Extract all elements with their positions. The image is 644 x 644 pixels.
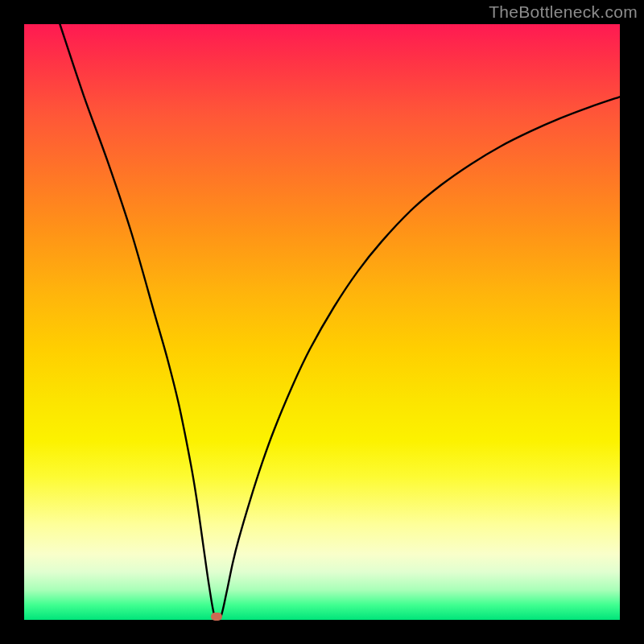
chart-frame: TheBottleneck.com [0,0,644,644]
bottleneck-curve [60,24,620,621]
curve-svg [24,24,620,620]
optimum-marker [211,613,222,621]
plot-area [24,24,620,620]
watermark-text: TheBottleneck.com [489,2,638,22]
